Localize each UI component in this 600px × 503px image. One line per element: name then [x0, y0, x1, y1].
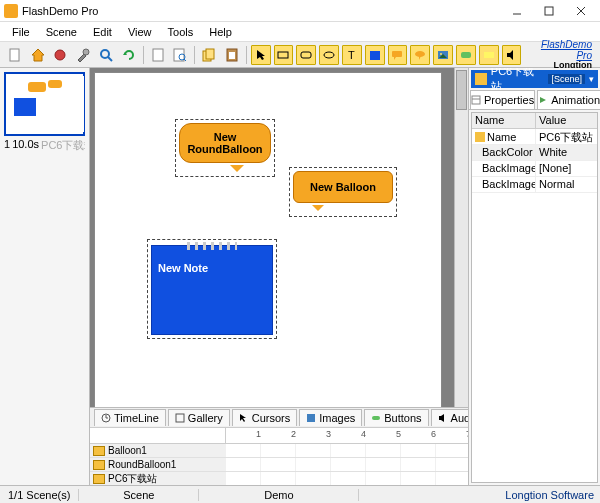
- tab-images[interactable]: Images: [299, 409, 362, 426]
- insert-cursor-button[interactable]: [251, 45, 271, 65]
- ruler-mark: 4: [361, 429, 366, 439]
- ruler-mark: 1: [256, 429, 261, 439]
- insert-balloon-button[interactable]: [388, 45, 408, 65]
- scene-icon: [475, 132, 485, 142]
- insert-roundballoon-button[interactable]: [410, 45, 430, 65]
- svg-marker-19: [257, 50, 265, 60]
- zoom-button[interactable]: [95, 44, 117, 66]
- tab-timeline[interactable]: TimeLine: [94, 409, 166, 426]
- note-object[interactable]: New Note: [151, 245, 273, 335]
- insert-roundrect-button[interactable]: [296, 45, 316, 65]
- close-button[interactable]: [566, 2, 596, 20]
- copy-button[interactable]: [198, 44, 220, 66]
- canvas-viewport[interactable]: New RoundBalloon New Balloon New Note: [90, 68, 468, 407]
- brand-link[interactable]: FlashDemo Pro: [523, 39, 592, 61]
- tab-cursors[interactable]: Cursors: [232, 409, 298, 426]
- tab-buttons[interactable]: Buttons: [364, 409, 428, 426]
- insert-note-button[interactable]: [365, 45, 385, 65]
- refresh-button[interactable]: [118, 44, 140, 66]
- scene-thumbnail-selected[interactable]: [4, 72, 85, 136]
- svg-rect-16: [206, 49, 214, 59]
- image-icon: [306, 413, 316, 423]
- insert-image-button[interactable]: [433, 45, 453, 65]
- menu-view[interactable]: View: [120, 24, 160, 40]
- menu-file[interactable]: File: [4, 24, 38, 40]
- balloon-object[interactable]: New Balloon: [293, 171, 393, 203]
- maximize-button[interactable]: [534, 2, 564, 20]
- timeline-row[interactable]: RoundBalloon1: [90, 458, 468, 472]
- audio-icon: [438, 413, 448, 423]
- toolbar-separator: [194, 46, 195, 64]
- insert-ellipse-button[interactable]: [319, 45, 339, 65]
- svg-line-9: [108, 57, 112, 61]
- paste-button[interactable]: [221, 44, 243, 66]
- tools-button[interactable]: [72, 44, 94, 66]
- insert-highlight-button[interactable]: [479, 45, 499, 65]
- insert-button-button[interactable]: [456, 45, 476, 65]
- scene-thumbnails-panel: 1 10.0s PC6下载站: [0, 68, 90, 485]
- scene-icon: [475, 73, 487, 85]
- property-row-name[interactable]: NamePC6下载站: [472, 129, 597, 145]
- svg-point-30: [440, 53, 442, 55]
- minimize-button[interactable]: [502, 2, 532, 20]
- svg-point-22: [324, 52, 334, 58]
- insert-rect-button[interactable]: [274, 45, 294, 65]
- svg-rect-12: [174, 49, 184, 61]
- tab-properties[interactable]: Properties: [470, 90, 535, 109]
- menu-scene[interactable]: Scene: [38, 24, 85, 40]
- svg-rect-40: [307, 414, 315, 422]
- properties-grid: Name Value NamePC6下载站 BackColorWhite Bac…: [471, 112, 598, 483]
- svg-marker-39: [240, 414, 246, 422]
- menu-tools[interactable]: Tools: [160, 24, 202, 40]
- toolbar: T FlashDemo Pro Longtion: [0, 42, 600, 68]
- timeline-ruler[interactable]: 123456789: [90, 428, 468, 444]
- menu-edit[interactable]: Edit: [85, 24, 120, 40]
- animation-icon: [538, 95, 548, 105]
- tab-audios[interactable]: Audios: [431, 409, 468, 426]
- svg-rect-20: [278, 52, 288, 58]
- round-balloon-object[interactable]: New RoundBalloon: [179, 123, 271, 163]
- timeline-row[interactable]: PC6下载站: [90, 472, 468, 485]
- object-selector[interactable]: PC6下载站 [Scene] ▾: [471, 70, 598, 88]
- roundballoon-icon: [93, 460, 105, 470]
- toolbar-separator: [246, 46, 247, 64]
- home-button[interactable]: [27, 44, 49, 66]
- svg-rect-18: [229, 52, 235, 59]
- insert-text-button[interactable]: T: [342, 45, 362, 65]
- svg-marker-45: [540, 97, 546, 103]
- svg-rect-4: [10, 49, 19, 61]
- property-row-backimage[interactable]: BackImage[None]: [472, 161, 597, 177]
- property-row-backcolor[interactable]: BackColorWhite: [472, 145, 597, 161]
- status-brand: Longtion Software: [499, 489, 600, 501]
- new-button[interactable]: [4, 44, 26, 66]
- canvas-page[interactable]: New RoundBalloon New Balloon New Note: [94, 72, 442, 407]
- svg-rect-25: [392, 51, 402, 57]
- status-scene-count: 1/1 Scene(s): [0, 489, 79, 501]
- preview-button[interactable]: [169, 44, 191, 66]
- svg-marker-34: [507, 50, 513, 60]
- svg-marker-5: [32, 49, 44, 61]
- properties-icon: [471, 95, 481, 105]
- statusbar: 1/1 Scene(s) Scene Demo Longtion Softwar…: [0, 485, 600, 503]
- tab-animation[interactable]: Animation: [537, 90, 600, 109]
- balloon-icon: [93, 446, 105, 456]
- button-icon: [371, 413, 381, 423]
- page-button[interactable]: [147, 44, 169, 66]
- status-scene: Scene: [79, 489, 199, 501]
- svg-rect-41: [372, 416, 380, 420]
- menu-help[interactable]: Help: [201, 24, 240, 40]
- svg-marker-42: [439, 414, 444, 422]
- svg-rect-43: [472, 96, 480, 104]
- clock-icon: [101, 413, 111, 423]
- svg-point-8: [101, 50, 109, 58]
- record-button[interactable]: [50, 44, 72, 66]
- vertical-scrollbar[interactable]: [454, 68, 468, 407]
- chevron-down-icon[interactable]: ▾: [589, 74, 594, 84]
- tab-gallery[interactable]: Gallery: [168, 409, 230, 426]
- timeline-row[interactable]: Balloon1: [90, 444, 468, 458]
- svg-rect-33: [484, 52, 494, 58]
- scene-thumbnail-preview: [8, 76, 84, 132]
- property-row-backimagestyle[interactable]: BackImageStyNormal: [472, 177, 597, 193]
- insert-audio-button[interactable]: [502, 45, 522, 65]
- ruler-mark: 6: [431, 429, 436, 439]
